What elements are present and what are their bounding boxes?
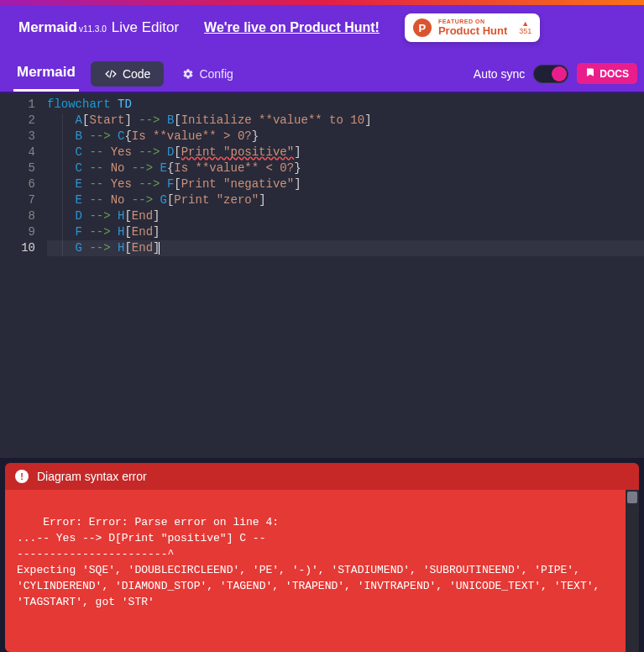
autosync-label: Auto sync bbox=[474, 67, 525, 81]
line-number: 5 bbox=[0, 160, 35, 176]
tab-config-label: Config bbox=[199, 67, 233, 81]
tab-code[interactable]: Code bbox=[91, 61, 164, 87]
error-title: Diagram syntax error bbox=[37, 470, 147, 483]
line-number: 4 bbox=[0, 145, 35, 160]
line-gutter: 12345678910 bbox=[0, 97, 47, 458]
code-line[interactable]: C -- No --> E{Is **value** < 0?} bbox=[47, 160, 644, 176]
code-icon bbox=[104, 68, 118, 80]
code-line[interactable]: F --> H[End] bbox=[47, 224, 644, 240]
docs-button[interactable]: DOCS bbox=[577, 63, 637, 84]
code-line[interactable]: G --> H[End] bbox=[47, 240, 644, 256]
product-hunt-badge[interactable]: P FEATURED ON Product Hunt ▲ 351 bbox=[405, 13, 540, 42]
product-hunt-link[interactable]: We're live on Product Hunt! bbox=[204, 20, 380, 35]
error-scrollbar[interactable] bbox=[626, 490, 639, 652]
ph-label: Product Hunt bbox=[438, 25, 507, 37]
code-line[interactable]: flowchart TD bbox=[47, 97, 644, 113]
line-number: 7 bbox=[0, 192, 35, 208]
brand-version: v11.3.0 bbox=[79, 24, 107, 34]
code-editor[interactable]: 12345678910 flowchart TD A[Start] --> B[… bbox=[0, 93, 644, 458]
text-cursor bbox=[159, 242, 160, 255]
line-number: 2 bbox=[0, 113, 35, 129]
code-line[interactable]: D --> H[End] bbox=[47, 208, 644, 224]
code-line[interactable]: E -- No --> G[Print "zero"] bbox=[47, 192, 644, 208]
error-panel: ! Diagram syntax error Error: Error: Par… bbox=[0, 458, 644, 652]
code-line[interactable]: A[Start] --> B[Initialize **value** to 1… bbox=[47, 113, 644, 129]
line-number: 10 bbox=[0, 240, 35, 256]
error-text: Error: Error: Parse error on line 4: ...… bbox=[17, 516, 606, 608]
code-line[interactable]: C -- Yes --> D[Print "positive"] bbox=[47, 145, 644, 160]
scrollbar-thumb[interactable] bbox=[627, 492, 637, 503]
brand: Mermaidv11.3.0 Live Editor bbox=[18, 19, 179, 36]
ph-votes: ▲ 351 bbox=[519, 20, 531, 35]
toggle-knob bbox=[552, 66, 567, 82]
code-lines[interactable]: flowchart TD A[Start] --> B[Initialize *… bbox=[47, 97, 644, 458]
ph-vote-count: 351 bbox=[519, 28, 531, 35]
book-icon bbox=[585, 67, 595, 80]
indent-guide bbox=[62, 113, 63, 256]
line-number: 8 bbox=[0, 208, 35, 224]
svg-line-0 bbox=[110, 70, 112, 77]
tab-code-label: Code bbox=[123, 67, 150, 81]
error-header[interactable]: ! Diagram syntax error bbox=[5, 463, 639, 490]
code-line[interactable]: E -- Yes --> F[Print "negative"] bbox=[47, 176, 644, 192]
line-number: 9 bbox=[0, 224, 35, 240]
brand-suffix: Live Editor bbox=[112, 19, 179, 36]
gear-icon bbox=[182, 68, 194, 80]
error-icon: ! bbox=[15, 470, 29, 483]
autosync-toggle[interactable] bbox=[533, 65, 568, 83]
line-number: 1 bbox=[0, 97, 35, 113]
line-number: 3 bbox=[0, 129, 35, 145]
docs-label: DOCS bbox=[599, 68, 629, 80]
brand-name: Mermaid bbox=[18, 19, 77, 36]
product-hunt-logo-icon: P bbox=[413, 18, 432, 37]
error-body: Error: Error: Parse error on line 4: ...… bbox=[5, 490, 639, 652]
tab-bar: Mermaid Code Config Auto sync DOCS bbox=[0, 55, 644, 93]
main-tab-mermaid[interactable]: Mermaid bbox=[13, 55, 79, 92]
line-number: 6 bbox=[0, 176, 35, 192]
code-line[interactable]: B --> C{Is **value** > 0?} bbox=[47, 129, 644, 145]
app-header: Mermaidv11.3.0 Live Editor We're live on… bbox=[0, 5, 644, 55]
tab-config[interactable]: Config bbox=[169, 61, 246, 87]
